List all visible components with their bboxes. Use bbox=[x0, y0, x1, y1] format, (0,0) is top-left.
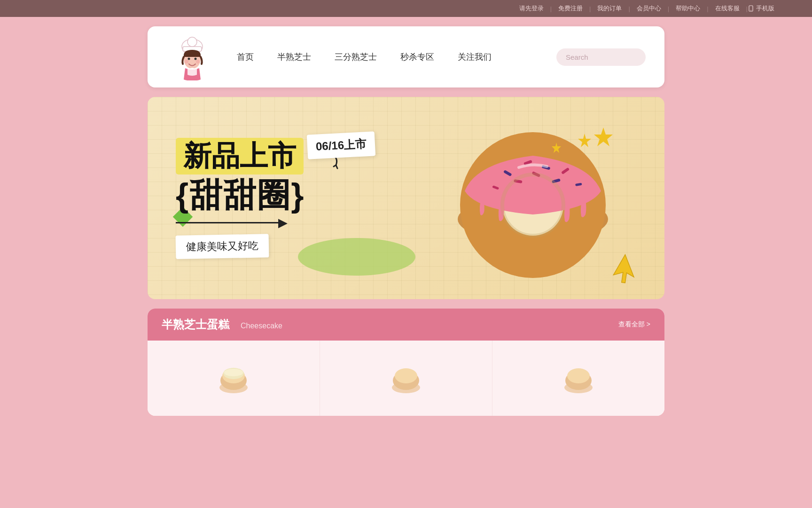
help-link[interactable]: 帮助中心 bbox=[669, 4, 707, 13]
view-all-link[interactable]: 查看全部 > bbox=[618, 320, 650, 329]
donut-image-area bbox=[420, 106, 646, 299]
nav-three-cheese[interactable]: 三分熟芝士 bbox=[335, 51, 377, 63]
main-nav: 首页 半熟芝士 三分熟芝士 秒杀专区 关注我们 bbox=[237, 51, 556, 63]
product-card-1[interactable] bbox=[148, 341, 320, 416]
orders-link[interactable]: 我的订单 bbox=[591, 4, 628, 13]
logo-area[interactable] bbox=[166, 31, 218, 83]
svg-marker-11 bbox=[578, 134, 591, 147]
svg-point-8 bbox=[185, 60, 188, 64]
mobile-link[interactable]: 手机版 bbox=[748, 4, 774, 13]
svg-point-37 bbox=[567, 368, 590, 383]
brand-logo bbox=[169, 33, 216, 80]
register-link[interactable]: 免费注册 bbox=[552, 4, 589, 13]
section-header: 半熟芝士蛋糕 Cheesecake 查看全部 > bbox=[148, 309, 664, 341]
section-title-english: Cheesecake bbox=[241, 322, 282, 330]
top-bar: 请先登录 | 免费注册 | 我的订单 | 会员中心 | 帮助中心 | 在线客服 … bbox=[0, 0, 812, 17]
cheesecake-section: 半熟芝士蛋糕 Cheesecake 查看全部 > bbox=[148, 309, 664, 416]
nav-home[interactable]: 首页 bbox=[237, 51, 254, 63]
svg-point-6 bbox=[188, 58, 190, 60]
login-link[interactable]: 请先登录 bbox=[513, 4, 550, 13]
product-placeholder-1 bbox=[215, 359, 252, 397]
hero-banner: 06/16上市 新品上市 {甜甜圈} ▶ 健康美味又好吃 bbox=[148, 97, 664, 299]
service-link[interactable]: 在线客服 bbox=[709, 4, 746, 13]
nav-flash-sale[interactable]: 秒杀专区 bbox=[400, 51, 434, 63]
svg-point-9 bbox=[196, 60, 200, 64]
membership-link[interactable]: 会员中心 bbox=[630, 4, 668, 13]
mobile-label: 手机版 bbox=[756, 4, 774, 13]
product-card-3[interactable] bbox=[492, 341, 664, 416]
nav-half-cheese[interactable]: 半熟芝士 bbox=[277, 51, 311, 63]
mobile-phone-icon bbox=[748, 5, 754, 12]
header: 首页 半熟芝士 三分熟芝士 秒杀专区 关注我们 bbox=[148, 26, 664, 87]
svg-point-1 bbox=[750, 10, 751, 11]
product-placeholder-2 bbox=[387, 359, 425, 397]
svg-point-4 bbox=[187, 37, 197, 47]
sparkle-decoration-2 bbox=[575, 132, 594, 151]
nav-follow[interactable]: 关注我们 bbox=[458, 51, 492, 63]
date-badge: 06/16上市 bbox=[307, 131, 376, 159]
svg-marker-10 bbox=[594, 127, 613, 146]
product-placeholder-3 bbox=[560, 359, 597, 397]
svg-marker-12 bbox=[552, 143, 561, 153]
svg-point-7 bbox=[195, 58, 197, 60]
svg-point-31 bbox=[224, 369, 243, 376]
banner-subtitle: 健康美味又好吃 bbox=[176, 234, 269, 259]
svg-point-34 bbox=[395, 368, 417, 383]
product-card-2[interactable] bbox=[320, 341, 492, 416]
section-title-chinese: 半熟芝士蛋糕 bbox=[162, 317, 229, 332]
search-input[interactable] bbox=[556, 48, 646, 66]
products-row bbox=[148, 341, 664, 416]
sparkle-decoration-3 bbox=[549, 142, 563, 155]
banner-title-line1: 新品上市 bbox=[183, 140, 296, 172]
